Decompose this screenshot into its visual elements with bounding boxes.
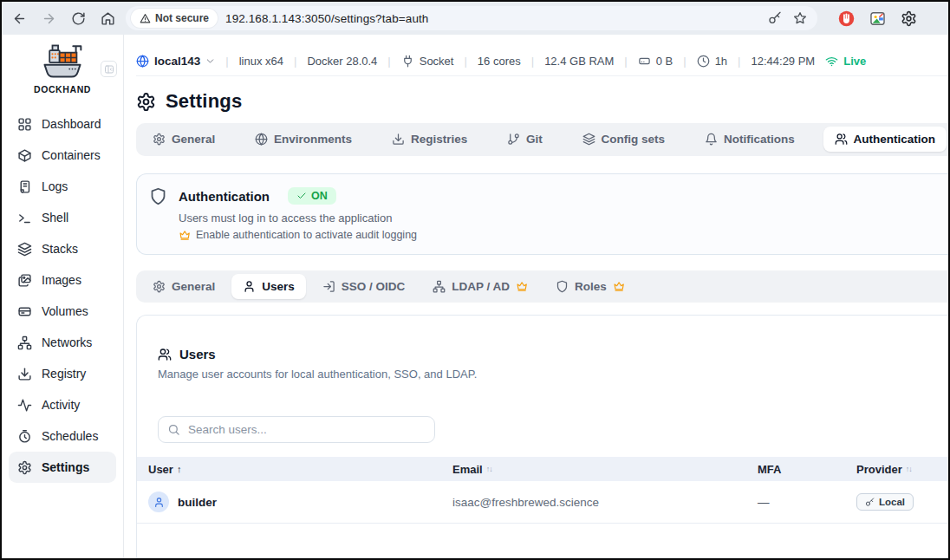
sort-asc-icon: ↑ <box>177 464 182 474</box>
column-label: MFA <box>758 463 781 476</box>
tab-config-sets[interactable]: Config sets <box>571 127 677 152</box>
address-bar[interactable]: Not secure 192.168.1.143:3050/settings?t… <box>126 6 817 30</box>
tab-registries[interactable]: Registries <box>381 127 478 152</box>
subtab-ldap-ad[interactable]: LDAP / AD <box>421 274 539 299</box>
sidebar-item-schedules[interactable]: Schedules <box>2 420 123 452</box>
logs-scroll-icon <box>17 179 32 194</box>
sidebar-item-label: Containers <box>42 148 101 162</box>
tab-label: Environments <box>274 133 352 146</box>
tab-label: Authentication <box>854 133 936 146</box>
bookmark-star-icon[interactable] <box>793 11 807 25</box>
sidebar-item-volumes[interactable]: Volumes <box>2 296 123 327</box>
subtab-users[interactable]: Users <box>231 274 306 299</box>
sidebar-item-networks[interactable]: Networks <box>2 327 123 358</box>
tab-label: Notifications <box>724 133 795 146</box>
main-content: local143 | linux x64 | Docker 28.0.4 | S… <box>124 35 948 558</box>
provider-label: Local <box>879 497 905 507</box>
sidebar-collapse-button[interactable] <box>101 61 117 77</box>
column-header-email[interactable]: Email↑↓ <box>452 463 758 476</box>
sidebar-item-label: Stacks <box>42 242 78 256</box>
browser-settings-icon[interactable] <box>901 10 917 27</box>
uptime: 1h <box>715 55 727 68</box>
connection-type: Socket <box>420 55 454 68</box>
sidebar-item-stacks[interactable]: Stacks <box>2 233 123 264</box>
current-time: 12:44:29 PM <box>751 55 815 68</box>
bell-icon <box>705 133 718 146</box>
provider-badge[interactable]: Local <box>856 493 914 511</box>
reload-icon[interactable] <box>71 11 86 26</box>
back-icon[interactable] <box>12 11 27 26</box>
activity-pulse-icon <box>17 398 32 413</box>
stacks-layers-icon <box>17 242 32 257</box>
security-chip[interactable]: Not secure <box>131 9 218 28</box>
sidebar: DOCKHAND DashboardContainersLogsShellSta… <box>2 35 124 558</box>
sidebar-item-label: Dashboard <box>42 117 101 131</box>
auth-subtabbar: GeneralUsersSSO / OIDCLDAP / ADRoles <box>136 270 948 303</box>
uptime-clock-icon <box>697 55 710 68</box>
tab-notifications[interactable]: Notifications <box>693 127 806 152</box>
images-icon <box>17 273 32 288</box>
ldap-network-icon <box>433 280 446 293</box>
image-extension-icon[interactable] <box>869 10 886 27</box>
column-label: User <box>148 463 173 476</box>
password-manager-icon[interactable] <box>768 11 782 25</box>
url-text[interactable]: 192.168.1.143:3050/settings?tab=auth <box>225 12 428 25</box>
tab-git[interactable]: Git <box>496 127 554 152</box>
disk-icon <box>638 55 651 68</box>
wifi-icon <box>825 55 838 68</box>
tab-environments[interactable]: Environments <box>244 127 363 152</box>
dashboard-grid-icon <box>17 117 32 132</box>
forward-icon[interactable] <box>42 11 56 26</box>
home-icon[interactable] <box>101 11 115 26</box>
networks-icon <box>17 335 32 350</box>
sidebar-item-registry[interactable]: Registry <box>2 358 123 389</box>
settings-gear-icon <box>136 92 156 112</box>
sidebar-item-label: Networks <box>42 335 92 349</box>
user-table-row[interactable]: builderisaac@freshbrewed.science—Local <box>137 481 948 524</box>
sidebar-item-label: Settings <box>42 460 89 474</box>
sidebar-item-containers[interactable]: Containers <box>2 140 123 171</box>
host-globe-icon <box>136 55 149 68</box>
sso-login-icon <box>322 280 335 293</box>
browser-window: Not secure 192.168.1.143:3050/settings?t… <box>0 0 950 560</box>
tab-authentication[interactable]: Authentication <box>823 127 947 152</box>
sidebar-item-label: Images <box>42 273 81 287</box>
search-users-input[interactable] <box>158 416 435 443</box>
sidebar-item-dashboard[interactable]: Dashboard <box>2 108 123 140</box>
blocker-extension-icon[interactable] <box>838 10 855 27</box>
host-name: local143 <box>154 55 200 68</box>
users-icon <box>158 348 172 361</box>
sidebar-item-images[interactable]: Images <box>2 264 123 296</box>
shield-icon <box>149 187 167 205</box>
subtab-sso-oidc[interactable]: SSO / OIDC <box>311 274 417 299</box>
subtab-general[interactable]: General <box>141 274 226 299</box>
key-icon <box>865 498 875 507</box>
column-header-user[interactable]: User↑ <box>148 463 452 476</box>
user-icon <box>153 497 165 508</box>
avatar <box>148 492 169 512</box>
globe-icon <box>255 133 268 146</box>
sidebar-item-shell[interactable]: Shell <box>2 202 123 233</box>
subtab-label: General <box>172 280 215 293</box>
subtab-roles[interactable]: Roles <box>544 274 636 299</box>
download-icon <box>392 133 405 146</box>
host-selector[interactable]: local143 <box>136 55 215 68</box>
page-title: Settings <box>166 90 242 113</box>
disk-usage: 0 B <box>656 55 673 68</box>
auth-premium-note: Enable authentication to activate audit … <box>196 229 417 241</box>
column-header-mfa: MFA <box>758 463 856 476</box>
tab-general[interactable]: General <box>141 127 226 152</box>
user-icon <box>243 280 256 293</box>
sidebar-item-settings[interactable]: Settings <box>9 452 116 483</box>
sidebar-item-logs[interactable]: Logs <box>2 171 123 202</box>
sidebar-item-activity[interactable]: Activity <box>2 389 123 420</box>
column-header-provider[interactable]: Provider↑↓ <box>856 463 937 476</box>
registry-download-icon <box>17 367 32 381</box>
auth-card-title: Authentication <box>179 189 270 204</box>
authentication-status-card: Authentication ON Users must log in to a… <box>136 173 948 255</box>
subtab-label: Roles <box>575 280 607 293</box>
sidebar-item-label: Activity <box>42 398 80 412</box>
subtab-label: Users <box>262 280 295 293</box>
host-os: linux x64 <box>239 55 283 68</box>
ram-total: 12.4 GB RAM <box>544 55 614 68</box>
